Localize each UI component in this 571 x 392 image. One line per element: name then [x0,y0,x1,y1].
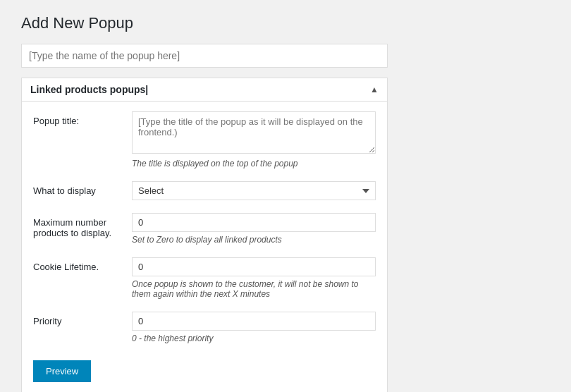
what-to-display-select[interactable]: Select [132,181,376,200]
section-body: Popup title: The title is displayed on t… [22,102,387,392]
cookie-lifetime-row: Cookie Lifetime. Once popup is shown to … [33,257,376,299]
max-products-label: Maximum number products to display. [33,213,132,238]
what-to-display-row: What to display Select [33,181,376,200]
popup-title-row: Popup title: The title is displayed on t… [33,111,376,169]
priority-hint: 0 - the highest priority [132,333,376,343]
what-to-display-control: Select [132,181,376,200]
priority-row: Priority 0 - the highest priority [33,312,376,343]
popup-title-textarea[interactable] [132,111,376,154]
popup-title-control: The title is displayed on the top of the… [132,111,376,169]
preview-button[interactable]: Preview [33,360,91,382]
collapse-icon[interactable]: ▲ [370,85,379,94]
section-box: Linked products popups| ▲ Popup title: T… [21,78,388,392]
max-products-input[interactable] [132,213,376,232]
max-products-control: Set to Zero to display all linked produc… [132,213,376,245]
page-title: Add New Popup [21,14,550,32]
cookie-lifetime-input[interactable] [132,257,376,276]
max-products-row: Maximum number products to display. Set … [33,213,376,245]
priority-control: 0 - the highest priority [132,312,376,343]
max-products-hint: Set to Zero to display all linked produc… [132,235,376,245]
cookie-lifetime-hint: Once popup is shown to the customer, it … [132,279,376,299]
priority-input[interactable] [132,312,376,331]
cookie-lifetime-label: Cookie Lifetime. [33,257,132,272]
priority-label: Priority [33,312,132,326]
cookie-lifetime-control: Once popup is shown to the customer, it … [132,257,376,299]
popup-title-label: Popup title: [33,111,132,126]
section-title: Linked products popups| [30,84,148,95]
popup-title-hint: The title is displayed on the top of the… [132,159,376,169]
what-to-display-label: What to display [33,181,132,196]
section-header: Linked products popups| ▲ [22,78,387,102]
popup-name-input[interactable] [21,44,388,68]
